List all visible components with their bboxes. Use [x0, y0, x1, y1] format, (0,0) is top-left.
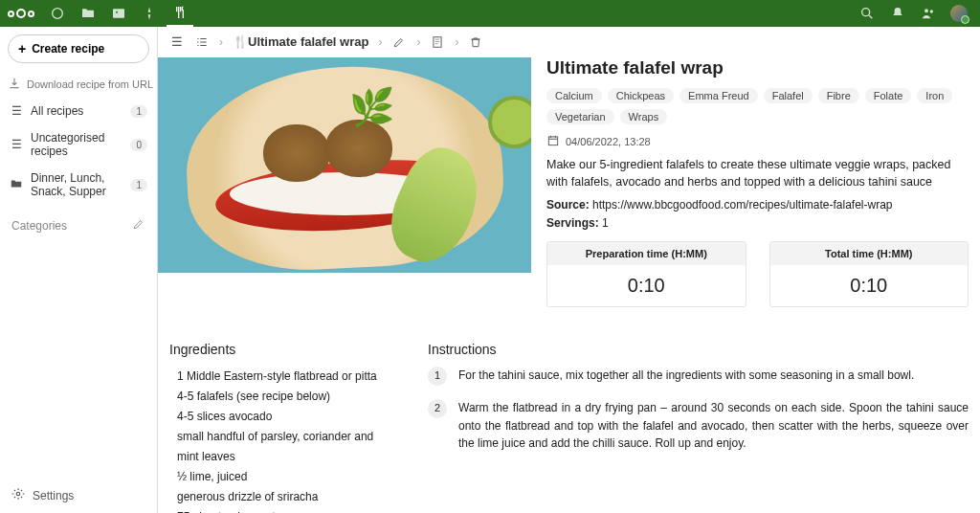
nav-label: All recipes: [31, 104, 122, 118]
recipe-title: Ultimate falafel wrap: [546, 57, 969, 78]
ingredients-list: 1 Middle Eastern-style flatbread or pitt…: [169, 367, 390, 513]
tag[interactable]: Emma Freud: [679, 88, 758, 103]
prep-time-box: Preparation time (H:MM) 0:10: [546, 241, 746, 307]
svg-point-2: [116, 11, 118, 13]
user-avatar[interactable]: [946, 0, 972, 27]
ingredient-item[interactable]: generous drizzle of sriracha: [177, 487, 390, 507]
nav-label: Dinner, Lunch, Snack, Supper: [31, 171, 122, 198]
folder-icon: [10, 177, 23, 193]
topbar-left: [8, 0, 193, 27]
total-time-label: Total time (H:MM): [770, 242, 969, 265]
ingredient-item[interactable]: 75ml natural yogurt: [177, 507, 390, 513]
ingredient-item[interactable]: 4-5 falafels (see recipe below): [177, 387, 390, 407]
search-icon[interactable]: [854, 0, 880, 27]
menu-icon[interactable]: ☰: [169, 34, 185, 49]
step-number: 1: [428, 367, 447, 386]
chevron-icon: ›: [378, 35, 382, 49]
instructions-title: Instructions: [428, 342, 969, 357]
gear-icon: [11, 487, 25, 503]
files-icon[interactable]: [75, 0, 101, 27]
tag[interactable]: Calcium: [546, 88, 602, 103]
chevron-icon: ›: [455, 35, 458, 49]
step-number: 2: [428, 399, 447, 418]
nav-label: Uncategorised recipes: [31, 131, 122, 158]
list-icon: ☰: [10, 138, 23, 151]
instruction-step[interactable]: 1 For the tahini sauce, mix together all…: [428, 367, 969, 386]
home-list-icon[interactable]: [194, 35, 210, 49]
svg-point-3: [862, 9, 870, 16]
chevron-icon: ›: [219, 35, 223, 49]
instructions-section: Instructions 1 For the tahini sauce, mix…: [428, 342, 969, 513]
svg-point-6: [16, 492, 20, 496]
categories-label: Categories: [11, 219, 67, 233]
recipe-details: Ultimate falafel wrap Calcium Chickpeas …: [546, 57, 969, 307]
prep-time-label: Preparation time (H:MM): [547, 242, 746, 265]
create-recipe-button[interactable]: + Create recipe: [8, 34, 149, 63]
top-bar: [0, 0, 980, 27]
download-url-input[interactable]: [27, 75, 159, 94]
breadcrumb: ☰ › 🍴Ultimate falafel wrap › › ›: [158, 27, 980, 57]
time-grid: Preparation time (H:MM) 0:10 Total time …: [546, 241, 969, 307]
ingredients-section: Ingredients 1 Middle Eastern-style flatb…: [169, 342, 390, 513]
nextcloud-logo[interactable]: [8, 9, 34, 18]
date-text: 04/06/2022, 13:28: [566, 136, 651, 147]
delete-icon[interactable]: [468, 35, 483, 49]
download-icon[interactable]: [8, 77, 21, 93]
total-time-value: 0:10: [770, 265, 969, 306]
tag-list: Calcium Chickpeas Emma Freud Falafel Fib…: [546, 88, 969, 124]
activity-icon[interactable]: [136, 0, 163, 27]
step-text: For the tahini sauce, mix together all t…: [458, 367, 914, 386]
svg-rect-8: [548, 137, 557, 145]
tag[interactable]: Iron: [917, 88, 952, 103]
breadcrumb-title[interactable]: 🍴Ultimate falafel wrap: [233, 34, 368, 49]
tag[interactable]: Folate: [865, 88, 912, 103]
create-recipe-label: Create recipe: [32, 42, 104, 56]
list-icon: ☰: [10, 104, 23, 118]
plus-icon: +: [18, 41, 26, 56]
calendar-icon: [546, 134, 560, 149]
svg-point-5: [930, 10, 933, 12]
svg-point-0: [53, 9, 63, 19]
total-time-box: Total time (H:MM) 0:10: [769, 241, 969, 307]
topbar-right: [854, 0, 972, 27]
tag[interactable]: Wraps: [620, 109, 668, 124]
step-text: Warm the flatbread in a dry frying pan –…: [458, 399, 969, 453]
recipe-description: Make our 5-ingredient falafels to create…: [546, 157, 969, 190]
ingredient-item[interactable]: 1 Middle Eastern-style flatbread or pitt…: [177, 367, 390, 387]
nav-uncategorised[interactable]: ☰ Uncategorised recipes 0: [0, 124, 157, 165]
tag[interactable]: Chickpeas: [608, 88, 674, 103]
svg-point-4: [924, 9, 928, 12]
tag[interactable]: Vegetarian: [546, 109, 614, 124]
edit-categories-icon[interactable]: [132, 217, 145, 234]
print-icon[interactable]: [430, 35, 445, 49]
nav-all-recipes[interactable]: ☰ All recipes 1: [0, 98, 157, 124]
ingredients-title: Ingredients: [169, 342, 390, 357]
svg-rect-1: [113, 9, 124, 17]
nav-count: 0: [130, 139, 147, 151]
ingredient-item[interactable]: small handful of parsley, coriander and …: [177, 427, 390, 467]
nav-category-dinner[interactable]: Dinner, Lunch, Snack, Supper 1: [0, 165, 157, 205]
source-url[interactable]: https://www.bbcgoodfood.com/recipes/ulti…: [592, 198, 892, 212]
dashboard-icon[interactable]: [44, 0, 71, 27]
content-area: ☰ › 🍴Ultimate falafel wrap › › ›: [158, 27, 980, 513]
cookbook-icon[interactable]: [167, 0, 193, 27]
instruction-step[interactable]: 2 Warm the flatbread in a dry frying pan…: [428, 399, 969, 453]
contacts-icon[interactable]: [915, 0, 942, 27]
settings-button[interactable]: Settings: [0, 477, 157, 513]
nav-count: 1: [130, 179, 147, 191]
download-url-row: →: [0, 71, 157, 98]
settings-label: Settings: [33, 489, 74, 502]
nav-count: 1: [130, 105, 147, 118]
categories-header: Categories: [0, 211, 157, 240]
recipe-date: 04/06/2022, 13:28: [546, 134, 969, 149]
servings-line: Servings: 1: [546, 216, 969, 230]
notifications-icon[interactable]: [884, 0, 911, 27]
chevron-icon: ›: [416, 35, 420, 49]
edit-icon[interactable]: [391, 35, 407, 49]
ingredient-item[interactable]: ½ lime, juiced: [177, 467, 390, 487]
tag[interactable]: Fibre: [818, 88, 859, 103]
prep-time-value: 0:10: [547, 265, 746, 306]
photos-icon[interactable]: [105, 0, 132, 27]
tag[interactable]: Falafel: [764, 88, 813, 103]
ingredient-item[interactable]: 4-5 slices avocado: [177, 407, 390, 427]
